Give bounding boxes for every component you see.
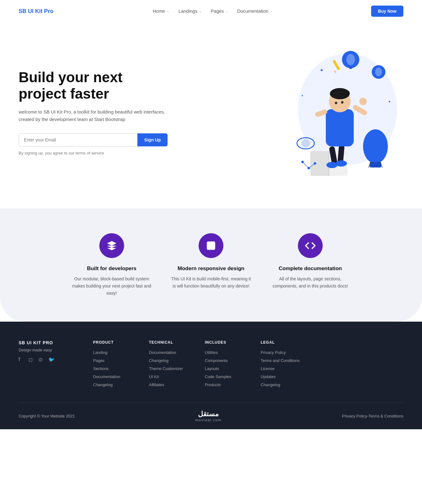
hero-content: Build your next project faster welcome t… [19, 69, 168, 155]
footer-link-license[interactable]: License [261, 366, 275, 371]
footer-link-landing[interactable]: Landing [93, 350, 107, 355]
footer-link-affiliates[interactable]: Affiliates [149, 382, 164, 387]
list-item: Affiliates [149, 382, 186, 387]
footer-col-title-technical: TECHNICAL [149, 340, 186, 345]
svg-text:✦: ✦ [320, 68, 324, 73]
nav-item-home[interactable]: Home › [153, 8, 168, 14]
svg-line-39 [303, 162, 309, 168]
footer-col-title-includes: INCLUDES [205, 340, 242, 345]
list-item: Documentation [149, 350, 186, 355]
footer: SB UI KIT PRO Design made easy f ◻ ⊙ 🐦 P… [0, 322, 422, 429]
hero-illustration: ✦ ✦ ✦ ✦ · [254, 41, 403, 184]
svg-rect-17 [310, 151, 329, 176]
footer-link-updates[interactable]: Updates [261, 374, 276, 379]
feature-desc-docs: All of the layouts, page sections, compo… [270, 275, 351, 290]
footer-link-sections[interactable]: Sections [93, 366, 109, 371]
copyright-text: Copyright © Your Website 2021 [19, 414, 75, 418]
github-icon[interactable]: ⊙ [38, 357, 45, 364]
instagram-icon[interactable]: ◻ [29, 357, 35, 364]
code-icon [298, 233, 323, 258]
footer-link-tech-documentation[interactable]: Documentation [149, 350, 176, 355]
nav-item-landings[interactable]: Landings › [178, 8, 201, 14]
signup-form: Sign Up [19, 133, 168, 146]
facebook-icon[interactable]: f [19, 357, 25, 364]
list-item: Landing [93, 350, 130, 355]
footer-bottom-link[interactable]: Privacy Policy-Terms & Conditions [342, 414, 403, 418]
footer-brand: SB UI KIT PRO Design made easy f ◻ ⊙ 🐦 [19, 340, 74, 390]
svg-rect-23 [326, 109, 354, 146]
feature-desc-responsive: This UI Kit is build mobile-first, meani… [171, 275, 251, 290]
email-input[interactable] [19, 133, 137, 146]
buy-now-button[interactable]: Buy Now [371, 6, 403, 17]
hero-title: Build your next project faster [19, 69, 168, 102]
footer-col-legal: LEGAL Privacy Policy Terms and Condition… [261, 340, 300, 390]
chevron-icon: › [167, 10, 168, 13]
logo-sub: mostaql.com [195, 418, 222, 422]
list-item: Theme Customizer [149, 366, 186, 371]
list-item: Components [205, 358, 242, 363]
footer-bottom: Copyright © Your Website 2021 مستقل most… [19, 403, 403, 429]
footer-col-title-product: PRODUCT [93, 340, 130, 345]
list-item: Documentation [93, 374, 130, 379]
svg-point-26 [359, 98, 367, 105]
footer-link-utilities[interactable]: Utilities [205, 350, 218, 355]
svg-rect-6 [349, 68, 352, 69]
svg-point-4 [346, 54, 355, 65]
signup-button[interactable]: Sign Up [137, 133, 168, 146]
svg-point-30 [335, 102, 337, 104]
layers-icon [99, 233, 124, 258]
footer-link-terms[interactable]: Terms and Conditions [261, 358, 300, 363]
nav-item-documentation[interactable]: Documentation › [237, 8, 272, 14]
features-section: Built for developers Our modular, block-… [0, 208, 422, 322]
feature-item-responsive: Modern responsive design This UI Kit is … [171, 233, 251, 297]
nav-link-landings[interactable]: Landings › [178, 8, 201, 14]
nav-link-home[interactable]: Home › [153, 8, 168, 14]
footer-link-theme-customizer[interactable]: Theme Customizer [149, 366, 183, 371]
footer-link-products[interactable]: Products [205, 382, 221, 387]
brand-logo[interactable]: SB UI Kit Pro [19, 8, 53, 15]
nav-item-pages[interactable]: Pages › [211, 8, 227, 14]
twitter-icon[interactable]: 🐦 [48, 357, 55, 364]
arabic-logo: مستقل [195, 410, 222, 418]
footer-link-changelog[interactable]: Changelog [93, 382, 113, 387]
svg-rect-43 [207, 242, 215, 250]
feature-title-developers: Built for developers [71, 265, 152, 272]
footer-col-links-product: Landing Pages Sections Documentation Cha… [93, 350, 130, 387]
footer-col-links-includes: Utilities Components Layouts Code Sample… [205, 350, 242, 387]
chevron-icon: › [226, 10, 227, 13]
list-item: License [261, 366, 300, 371]
nav-links: Home › Landings › Pages › Documentation … [153, 8, 272, 14]
footer-link-ui-kit[interactable]: UI Kit [149, 374, 159, 379]
hero-svg: ✦ ✦ ✦ ✦ · [254, 41, 403, 184]
footer-tagline: Design made easy [19, 348, 74, 352]
footer-col-links-legal: Privacy Policy Terms and Conditions Lice… [261, 350, 300, 387]
hero-section: Build your next project faster welcome t… [0, 22, 422, 208]
chevron-icon: › [271, 10, 272, 13]
svg-text:✦: ✦ [388, 100, 391, 104]
svg-point-8 [375, 68, 382, 76]
list-item: Pages [93, 358, 130, 363]
footer-link-pages[interactable]: Pages [93, 358, 105, 363]
navbar: SB UI Kit Pro Home › Landings › Pages › … [0, 0, 422, 22]
footer-link-tech-changelog[interactable]: Changelog [149, 358, 168, 363]
nav-link-pages[interactable]: Pages › [211, 8, 227, 14]
footer-top: SB UI KIT PRO Design made easy f ◻ ⊙ 🐦 P… [19, 340, 403, 402]
list-item: Code Samples [205, 374, 242, 379]
footer-link-privacy-policy[interactable]: Privacy Policy [261, 350, 286, 355]
svg-rect-33 [370, 162, 381, 167]
footer-link-documentation[interactable]: Documentation [93, 374, 120, 379]
footer-col-title-legal: LEGAL [261, 340, 300, 345]
list-item: Changelog [93, 382, 130, 387]
footer-link-legal-changelog[interactable]: Changelog [261, 382, 280, 387]
footer-socials: f ◻ ⊙ 🐦 [19, 357, 74, 364]
svg-point-32 [363, 129, 388, 163]
list-item: Sections [93, 366, 130, 371]
footer-link-code-samples[interactable]: Code Samples [205, 374, 231, 379]
list-item: Changelog [149, 358, 186, 363]
nav-link-documentation[interactable]: Documentation › [237, 8, 272, 14]
feature-desc-developers: Our modular, block-based build system ma… [71, 275, 152, 297]
feature-item-docs: Complete documentation All of the layout… [270, 233, 351, 297]
footer-link-layouts[interactable]: Layouts [205, 366, 219, 371]
footer-link-components[interactable]: Components [205, 358, 228, 363]
list-item: Updates [261, 374, 300, 379]
